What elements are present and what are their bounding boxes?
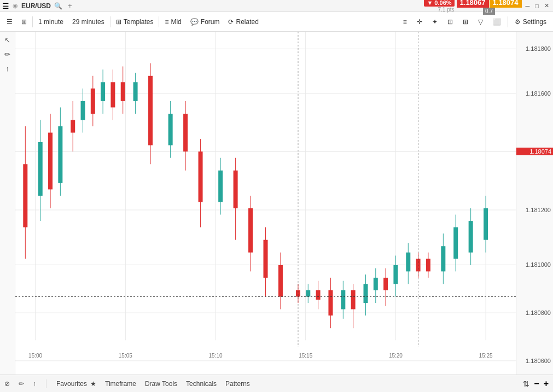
no-tools-icon: ⊘	[4, 380, 10, 388]
arrow-tool-icon: ↑	[33, 380, 36, 388]
svg-rect-74	[374, 278, 378, 290]
favourites-label: Favourites	[56, 380, 87, 388]
timeframe-btn[interactable]: Timeframe	[105, 380, 136, 388]
related-label: Related	[236, 18, 258, 26]
svg-rect-50	[218, 171, 223, 202]
svg-rect-56	[264, 240, 268, 278]
arrow-btn[interactable]: ↑	[2, 62, 14, 74]
add-tab-btn[interactable]: +	[68, 2, 72, 10]
pencil-btn[interactable]: ✏	[2, 48, 14, 60]
crosshair-btn[interactable]: ✛	[412, 16, 427, 28]
svg-rect-66	[328, 290, 333, 315]
bottom-bar-right: ⇅ − +	[523, 379, 549, 389]
timeframe1-btn[interactable]: 1 minute	[34, 16, 68, 28]
technicals-btn[interactable]: Technicals	[186, 380, 217, 388]
svg-rect-40	[133, 82, 138, 101]
mid-label: Mid	[171, 18, 181, 26]
sep3	[159, 16, 159, 27]
mid-btn[interactable]: ≡ Mid	[160, 16, 185, 28]
bid-ask-box: 1.18067 1.18074 0.7	[457, 0, 522, 15]
arrow-tool-btn[interactable]: ↑	[33, 380, 36, 388]
svg-rect-86	[441, 246, 445, 271]
svg-text:15:05: 15:05	[119, 353, 132, 359]
draw-tools-btn[interactable]: Draw Tools	[145, 380, 177, 388]
svg-rect-80	[406, 253, 410, 272]
svg-rect-52	[234, 171, 238, 208]
svg-text:15:20: 15:20	[389, 353, 403, 359]
zoom-in-btn[interactable]: +	[544, 379, 549, 389]
bid-price[interactable]: 1.18067	[457, 0, 489, 8]
forum-btn[interactable]: 💬 Forum	[186, 16, 224, 28]
patterns-btn[interactable]: Patterns	[225, 380, 250, 388]
svg-rect-92	[484, 208, 488, 240]
search-icon[interactable]: 🔍	[54, 2, 62, 10]
sep-right	[508, 16, 508, 27]
zoom-out-btn[interactable]: −	[534, 379, 539, 389]
svg-rect-46	[183, 114, 188, 151]
timeframe2-btn[interactable]: 29 minutes	[68, 16, 109, 28]
close-btn[interactable]: ✕	[543, 2, 551, 9]
maximize-btn[interactable]: □	[533, 3, 540, 9]
top-bar-right: ▼ 0.06% 7.1 pts 1.18067 1.18074 0.7 ─ □ …	[424, 0, 551, 15]
pencil-tool-btn[interactable]: ✏	[19, 380, 24, 388]
svg-rect-42	[148, 76, 153, 145]
svg-rect-58	[278, 265, 283, 297]
templates-label: Templates	[124, 18, 154, 26]
marker-btn[interactable]: ▽	[474, 16, 487, 28]
price-label-1: 1.181800	[526, 45, 551, 52]
favourites-btn[interactable]: Favourites ★	[56, 380, 96, 388]
no-tools-btn[interactable]: ⊘	[4, 380, 10, 388]
magnet-btn[interactable]: ✦	[428, 16, 442, 28]
price-label-2: 1.181600	[526, 90, 551, 97]
svg-text:15:25: 15:25	[479, 353, 493, 359]
chart-svg: 15:00 15:05 15:10 15:15 15:20 15:25	[15, 32, 516, 375]
minimize-btn[interactable]: ─	[524, 3, 532, 9]
svg-rect-22	[38, 142, 43, 196]
svg-rect-30	[81, 101, 85, 120]
svg-rect-32	[91, 89, 95, 114]
timeframe1-label: 1 minute	[38, 18, 63, 26]
ask-price[interactable]: 1.18074	[490, 0, 522, 8]
svg-rect-28	[71, 120, 75, 133]
svg-rect-84	[426, 259, 430, 271]
symbol-icon: ◉	[13, 2, 18, 9]
change-pts: 7.1 pts	[438, 7, 455, 13]
draw-btn[interactable]: ⬜	[488, 16, 505, 28]
svg-rect-44	[168, 114, 173, 145]
svg-rect-34	[101, 82, 105, 101]
price-label-4: 1.181200	[526, 207, 551, 213]
patterns-label: Patterns	[225, 380, 250, 388]
mid-icon: ≡	[165, 18, 168, 26]
cursor-btn[interactable]: ↖	[2, 34, 14, 46]
scroll-up-btn[interactable]: ⇅	[523, 379, 529, 388]
chart-container: ↖ ✏ ↑ 15:00 15:05 15:10 15:15 15:2	[0, 32, 553, 375]
templates-icon: ⊞	[116, 18, 121, 26]
svg-rect-26	[58, 126, 62, 183]
menu-icon[interactable]: ☰	[2, 2, 9, 10]
svg-text:15:15: 15:15	[299, 353, 312, 359]
svg-rect-64	[316, 290, 321, 300]
svg-rect-36	[110, 82, 115, 107]
related-icon: ⟳	[228, 18, 234, 26]
sidebar-icon: ☰	[7, 18, 13, 26]
svg-text:15:00: 15:00	[28, 353, 42, 359]
symbol-title[interactable]: EUR/USD	[21, 2, 51, 10]
toolbar-right: ≡ ✛ ✦ ⊡ ⊞ ▽ ⬜ ⚙ Settings	[399, 16, 551, 28]
chart-main[interactable]: 15:00 15:05 15:10 15:15 15:20 15:25	[15, 32, 516, 375]
related-btn[interactable]: ⟳ Related	[224, 16, 263, 28]
svg-rect-68	[341, 290, 345, 309]
settings-icon: ⚙	[515, 18, 521, 26]
sidebar-toggle-btn[interactable]: ☰	[2, 16, 17, 28]
settings-btn[interactable]: ⚙ Settings	[510, 16, 551, 28]
toolbar: ☰ ⊞ 1 minute 29 minutes ⊞ Templates ≡ Mi…	[0, 12, 553, 32]
bottom-bar: ⊘ ✏ ↑ Favourites ★ Timeframe Draw Tools …	[0, 375, 553, 392]
list-view-btn[interactable]: ≡	[399, 16, 411, 28]
spread: 0.7	[483, 8, 495, 15]
sep1	[32, 16, 33, 27]
settings-label: Settings	[523, 18, 546, 26]
timeframe-bottom-label: Timeframe	[105, 380, 136, 388]
grid-btn[interactable]: ⊞	[17, 16, 31, 28]
lock-btn[interactable]: ⊡	[443, 16, 457, 28]
measure-btn[interactable]: ⊞	[458, 16, 473, 28]
templates-btn[interactable]: ⊞ Templates	[112, 16, 158, 28]
